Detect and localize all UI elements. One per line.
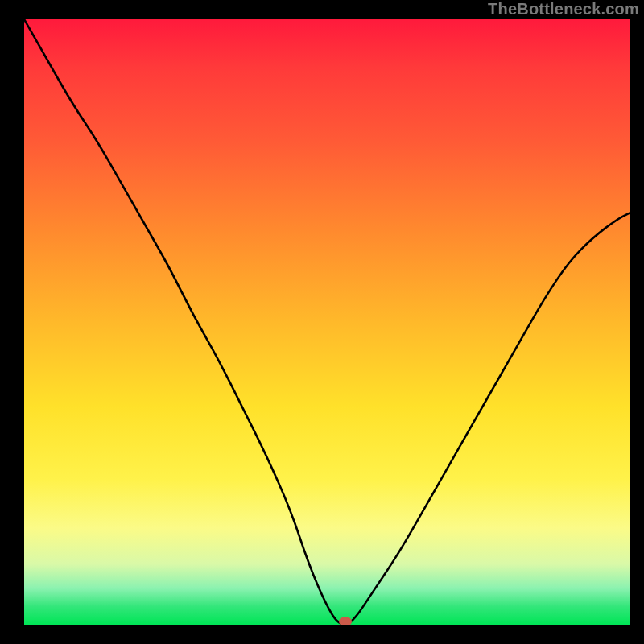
plot-area: [24, 19, 630, 625]
chart-stage: TheBottleneck.com: [0, 0, 644, 644]
optimum-marker: [339, 617, 352, 625]
watermark-text: TheBottleneck.com: [488, 0, 639, 19]
bottleneck-curve: [24, 19, 630, 625]
